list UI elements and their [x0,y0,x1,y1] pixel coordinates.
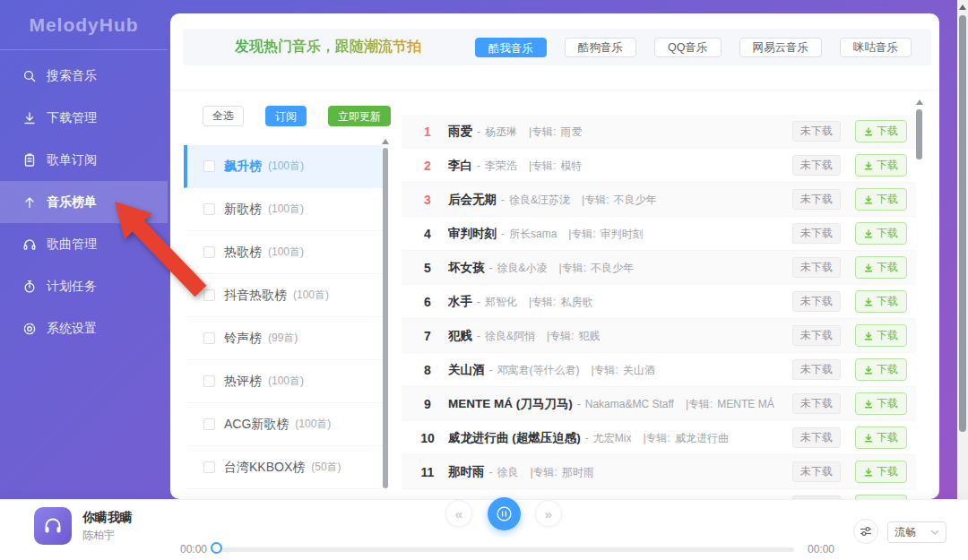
tab-kuwo-music[interactable]: 酷我音乐 [475,38,547,57]
dash-separator: - [577,398,581,410]
sidebar-item-scheduled-tasks[interactable]: 计划任务 [0,265,168,307]
chart-checkbox[interactable] [203,289,215,301]
window-scrollbar[interactable] [957,0,968,499]
download-button[interactable]: 下载 [855,154,907,177]
sidebar-item-system-settings[interactable]: 系统设置 [0,307,168,349]
chart-item-soaring[interactable]: 飙升榜 (100首) [184,145,383,188]
song-scrollbar-up-arrow[interactable] [916,99,923,105]
download-icon [864,434,873,443]
quality-value: 流畅 [895,525,916,540]
chart-checkbox[interactable] [203,246,215,258]
song-album: 关山酒 [623,363,655,378]
song-artist: 徐良&阿悄 [485,329,535,344]
ranking-icon [22,195,37,210]
download-button[interactable]: 下载 [855,222,907,245]
download-label: 下载 [877,464,898,479]
quality-select[interactable]: 流畅 [887,521,946,543]
chart-count: (100首) [268,374,304,389]
song-artist: 所长sama [509,227,557,242]
song-title: MENTE MÁ (刀马刀马) [448,396,573,412]
sidebar-item-label: 歌曲管理 [47,237,97,253]
window-scrollbar-thumb[interactable] [959,15,966,432]
song-album: 不良少年 [591,261,634,276]
chevron-down-icon [930,530,939,535]
download-icon [864,161,873,170]
equalizer-button[interactable] [853,519,878,544]
status-badge: 未下载 [792,223,841,244]
chart-checkbox[interactable] [203,461,215,473]
dash-separator: - [489,364,493,376]
song-rank: 2 [416,159,439,173]
sidebar-item-playlist-subscribe[interactable]: 歌单订阅 [0,139,168,181]
download-label: 下载 [877,158,898,173]
song-artist: 邓寓君(等什么君) [497,363,580,378]
chart-item-ringtone[interactable]: 铃声榜 (99首) [184,317,383,360]
chart-item-douyin-hot[interactable]: 抖音热歌榜 (100首) [184,274,383,317]
status-badge: 未下载 [792,291,841,312]
download-label: 下载 [877,226,898,241]
download-button[interactable]: 下载 [855,290,907,313]
download-button[interactable]: 下载 [855,120,907,142]
song-row: 1 雨爱-杨丞琳|专辑:雨爱 未下载下载 [402,115,916,149]
download-label: 下载 [877,396,898,411]
progress-track[interactable] [216,547,794,552]
album-prefix: |专辑: [529,159,556,174]
select-all-button[interactable]: 全选 [203,106,244,126]
status-badge: 未下载 [792,189,841,210]
progress-handle[interactable] [211,542,222,554]
song-row: 4 审判时刻-所长sama|专辑:审判时刻 未下载下载 [402,217,916,251]
chart-checkbox[interactable] [203,203,215,215]
album-prefix: |专辑: [643,431,670,446]
download-button[interactable]: 下载 [855,324,907,347]
music-source-tabs: 酷我音乐 酷狗音乐 QQ音乐 网易云音乐 咪咕音乐 [475,38,912,57]
chart-checkbox[interactable] [203,418,215,430]
song-scrollbar-thumb[interactable] [916,109,922,159]
sidebar-item-song-manage[interactable]: 歌曲管理 [0,223,168,265]
chart-checkbox[interactable] [203,160,215,172]
status-badge: 未下载 [792,121,841,142]
song-title: 那时雨 [448,464,485,480]
chart-checkbox[interactable] [203,375,215,387]
album-prefix: |专辑: [529,125,556,140]
sidebar-item-search-music[interactable]: 搜索音乐 [0,55,168,97]
play-pause-button[interactable] [488,497,521,530]
song-artist: 徐良 [497,465,519,480]
sidebar-item-download-manage[interactable]: 下载管理 [0,97,168,139]
tab-netease-music[interactable]: 网易云音乐 [739,38,823,57]
download-button[interactable]: 下载 [855,188,907,211]
next-track-button[interactable]: » [535,500,562,527]
download-button[interactable]: 下载 [855,392,907,415]
sidebar-item-music-charts[interactable]: 音乐榜单 [0,181,168,223]
chart-count: (99首) [268,331,298,346]
previous-track-button[interactable]: « [445,500,472,527]
download-button[interactable]: 下载 [855,358,907,381]
download-icon [22,111,37,125]
chart-item-taiwan-kkbox[interactable]: 台湾KKBOX榜 (50首) [184,446,383,489]
window-scrollbar-up-arrow[interactable] [959,4,966,10]
song-row: 8 关山酒-邓寓君(等什么君)|专辑:关山酒 未下载下载 [402,353,916,387]
chart-scrollbar-up-arrow[interactable] [382,139,389,144]
subscribe-button[interactable]: 订阅 [265,106,307,126]
download-button[interactable]: 下载 [855,256,907,279]
chart-checkbox[interactable] [203,332,215,344]
now-playing-title: 你瞒我瞒 [82,510,133,526]
chart-item-hot-songs[interactable]: 热歌榜 (100首) [184,231,383,274]
update-now-button[interactable]: 立即更新 [328,106,391,126]
song-row: 3 后会无期-徐良&汪苏泷|专辑:不良少年 未下载下载 [402,183,916,217]
app-logo: MelodyHub [0,0,168,50]
song-row: 11 那时雨-徐良|专辑:那时雨 未下载下载 [402,455,916,489]
status-badge: 未下载 [792,461,841,482]
song-album: 那时雨 [562,465,594,480]
tab-kugou-music[interactable]: 酷狗音乐 [565,38,636,57]
song-rank: 6 [416,295,439,309]
tab-migu-music[interactable]: 咪咕音乐 [840,38,912,57]
download-button[interactable]: 下载 [855,426,907,449]
chart-item-hot-comments[interactable]: 热评榜 (100首) [184,360,383,403]
download-button[interactable]: 下载 [855,461,907,483]
song-album: 私房歌 [560,295,592,310]
song-rank: 10 [416,431,439,445]
chart-item-new-songs[interactable]: 新歌榜 (100首) [184,188,383,231]
chart-scrollbar-thumb[interactable] [383,148,388,488]
tab-qq-music[interactable]: QQ音乐 [654,38,721,57]
chart-item-acg-new[interactable]: ACG新歌榜 (100首) [184,403,383,446]
